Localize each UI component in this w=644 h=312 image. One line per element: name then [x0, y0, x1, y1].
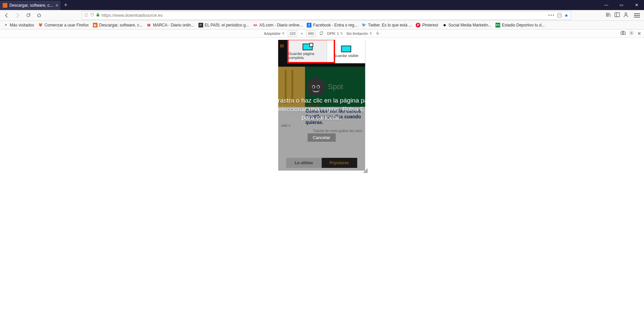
- instr-line: rastra o haz clic en la página pa: [278, 96, 365, 105]
- close-window-button[interactable]: ✕: [629, 0, 644, 10]
- resize-handle[interactable]: [363, 168, 367, 173]
- bookmark-label: Twitter. Es lo que está ...: [368, 23, 412, 27]
- bookmark-label: Más visitados: [10, 23, 34, 27]
- bookmark-label: MARCA - Diario onlin...: [153, 23, 194, 27]
- bookmark-item[interactable]: PEL PAÍS: el periódico g...: [198, 23, 249, 27]
- bookmark-item[interactable]: MMARCA - Diario onlin...: [147, 23, 194, 27]
- svg-point-5: [622, 33, 624, 34]
- bookmark-item[interactable]: EDEstadio Deportivo tu d...: [495, 23, 545, 27]
- page-actions-icon[interactable]: •••: [548, 13, 555, 18]
- viewport-height-value: 480: [308, 32, 314, 36]
- new-tab-button[interactable]: +: [61, 0, 70, 10]
- back-icon: [4, 13, 9, 18]
- full-page-icon: [303, 44, 313, 50]
- bookmark-label: AS.com - Diario online...: [259, 23, 303, 27]
- bookmark-item[interactable]: 🐦Twitter. Es lo que está ...: [362, 23, 412, 27]
- bookmark-item[interactable]: ✦Más visitados: [3, 23, 34, 27]
- bookmark-item[interactable]: asAS.com - Diario online...: [253, 23, 303, 27]
- forward-button[interactable]: [13, 11, 22, 20]
- dpr-label: DPR: 1: [327, 32, 339, 36]
- bookmark-label: Pinterest: [422, 23, 438, 27]
- svg-rect-1: [615, 13, 620, 17]
- reload-icon: [26, 13, 31, 18]
- save-full-page-button[interactable]: Guardar página completa: [288, 40, 327, 63]
- forward-icon: [15, 13, 20, 18]
- devtools-settings-icon[interactable]: [629, 30, 634, 36]
- bookmark-icon: M: [147, 23, 151, 27]
- app-menu-button[interactable]: [634, 13, 640, 17]
- bookmark-item[interactable]: ◆Social Media Marketin...: [442, 23, 491, 27]
- back-button[interactable]: [2, 11, 11, 20]
- title-bar: Descargar, software, controlad… × + — ▭ …: [0, 0, 644, 10]
- sidebar-icon[interactable]: [614, 12, 620, 18]
- device-select-label: Adaptable: [264, 32, 281, 36]
- reload-button[interactable]: [23, 11, 33, 20]
- tracking-shield-icon[interactable]: [90, 13, 94, 18]
- close-rdm-icon[interactable]: ✕: [637, 31, 641, 36]
- rotate-icon[interactable]: [319, 31, 324, 36]
- save-visible-button[interactable]: Guardar visible: [327, 40, 365, 63]
- throttle-select[interactable]: Sin limitación: [346, 32, 372, 36]
- screenshot-options-popup: Guardar página completa Guardar visible: [288, 40, 365, 63]
- svg-point-6: [631, 32, 632, 34]
- minimize-button[interactable]: —: [599, 0, 614, 10]
- touch-toggle-icon[interactable]: [375, 31, 380, 36]
- bookmark-icon: P: [198, 23, 203, 27]
- browser-tab[interactable]: Descargar, software, controlad… ×: [0, 1, 60, 10]
- tab-title: Descargar, software, controlad…: [9, 3, 54, 8]
- close-tab-icon[interactable]: ×: [56, 3, 58, 8]
- cancel-button[interactable]: Cancelar: [307, 133, 336, 142]
- bookmarks-toolbar: ✦Más visitados 🦊Comenzar a usar Firefox …: [0, 21, 644, 29]
- viewport-width-value: 320: [290, 32, 296, 36]
- site-info-icon[interactable]: ⓘ: [84, 12, 88, 18]
- viewport-height-input[interactable]: 480: [306, 30, 315, 37]
- bookmark-icon: 🐦: [362, 23, 366, 27]
- bookmark-item[interactable]: 🦊Comenzar a usar Firefox: [38, 23, 89, 27]
- bookmark-star-icon[interactable]: ★: [564, 13, 569, 18]
- tab-favicon: [3, 3, 7, 8]
- home-button[interactable]: [34, 11, 44, 20]
- save-visible-label: Guardar visible: [334, 54, 358, 58]
- viewport-width-input[interactable]: 320: [288, 30, 297, 37]
- bookmark-icon: as: [253, 23, 258, 27]
- bookmark-label: Descargar, software, c...: [99, 23, 142, 27]
- instr-line: eleccionar una región. Pulsa ES: [278, 105, 365, 114]
- window-controls: — ▭ ✕: [599, 0, 644, 10]
- device-select[interactable]: Adaptable: [264, 32, 285, 36]
- bookmark-item[interactable]: ▦Descargar, software, c...: [93, 23, 142, 27]
- library-icon[interactable]: [606, 12, 611, 18]
- simulated-device: M Spot Noticias Como obtener las cancio …: [278, 40, 365, 171]
- bookmark-icon: ▦: [93, 23, 98, 27]
- bookmark-item[interactable]: fFacebook - Entra o reg...: [307, 23, 358, 27]
- dimension-separator: ×: [301, 32, 303, 36]
- bookmark-label: EL PAÍS: el periódico g...: [205, 23, 249, 27]
- bookmark-icon: P: [416, 23, 420, 27]
- svg-point-3: [625, 13, 627, 15]
- device-viewport: M Spot Noticias Como obtener las cancio …: [278, 40, 366, 172]
- bookmark-icon: 🦊: [38, 23, 43, 27]
- reader-mode-icon[interactable]: □: [558, 13, 562, 18]
- save-full-page-label: Guardar página completa: [289, 52, 327, 60]
- url-field[interactable]: ⓘ https://www.downloadsource.es ••• □ ★: [82, 11, 571, 20]
- bookmark-label: Estadio Deportivo tu d...: [502, 23, 545, 27]
- screenshot-icon[interactable]: [621, 30, 626, 36]
- screenshot-instruction: rastra o haz clic en la página pa elecci…: [278, 96, 365, 122]
- bookmark-icon: ✦: [3, 23, 8, 27]
- lock-icon[interactable]: [96, 13, 100, 18]
- url-text: https://www.downloadsource.es: [102, 13, 546, 18]
- svg-rect-0: [97, 14, 99, 16]
- bookmark-item[interactable]: PPinterest: [416, 23, 438, 27]
- bookmark-icon: f: [307, 23, 311, 27]
- visible-area-icon: [341, 46, 351, 52]
- maximize-button[interactable]: ▭: [614, 0, 629, 10]
- bookmark-icon: ◆: [442, 23, 447, 27]
- dpr-select[interactable]: DPR: 1: [327, 32, 343, 36]
- bookmark-label: Social Media Marketin...: [449, 23, 491, 27]
- instr-line: para cancelar.: [278, 113, 365, 122]
- throttle-label: Sin limitación: [346, 32, 368, 36]
- home-icon: [37, 13, 42, 18]
- responsive-design-toolbar: Adaptable 320 × 480 DPR: 1 Sin limitació…: [0, 29, 644, 38]
- account-icon[interactable]: [623, 12, 629, 18]
- nav-toolbar: ⓘ https://www.downloadsource.es ••• □ ★: [0, 10, 644, 21]
- bookmark-label: Comenzar a usar Firefox: [45, 23, 89, 27]
